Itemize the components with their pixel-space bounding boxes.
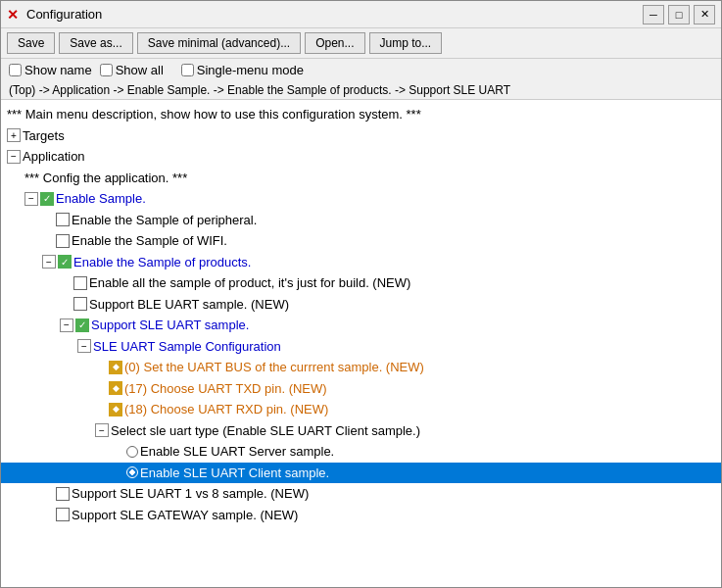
tree-item-choose-txd[interactable]: ◆(17) Choose UART TXD pin. (NEW) — [1, 378, 721, 400]
tree-item-sle-uart-config[interactable]: −SLE UART Sample Configuration — [1, 336, 721, 358]
checkbox-support-sle-uart-1[interactable] — [56, 487, 70, 501]
item-label-choose-txd: (17) Choose UART TXD pin. (NEW) — [124, 379, 327, 399]
expand-btn-select-sle-type[interactable]: − — [95, 423, 109, 437]
checkbox-enable-all-products[interactable] — [73, 276, 87, 290]
item-label-application: Application — [23, 147, 85, 167]
tree-item-support-sle-uart-1[interactable]: Support SLE UART 1 vs 8 sample. (NEW) — [1, 483, 721, 505]
item-label-enable-all-products: Enable all the sample of product, it's j… — [89, 273, 410, 293]
options-bar: Show name Show all Single-menu mode — [1, 59, 721, 81]
checkbox-enable-wifi[interactable] — [56, 234, 70, 248]
jump-to-button[interactable]: Jump to... — [369, 32, 443, 54]
save-as-button[interactable]: Save as... — [59, 32, 132, 54]
checkbox-enable-sample[interactable]: ✓ — [40, 192, 54, 206]
close-button[interactable]: ✕ — [694, 5, 715, 24]
expand-btn-sle-uart-config[interactable]: − — [77, 339, 91, 353]
expand-btn-enable-products[interactable]: − — [42, 255, 56, 269]
show-all-option[interactable]: Show all — [100, 63, 164, 77]
item-label-enable-products: Enable the Sample of products. — [73, 253, 251, 272]
checkbox-enable-peripheral[interactable] — [56, 213, 70, 226]
tree-item-select-sle-type[interactable]: −Select sle uart type (Enable SLE UART C… — [1, 420, 721, 442]
item-label-targets: Targets — [23, 126, 65, 146]
tree-item-enable-client[interactable]: Enable SLE UART Client sample. — [1, 463, 721, 484]
tree-item-targets[interactable]: +Targets — [1, 125, 721, 147]
tree-item-choose-rxd[interactable]: ◆(18) Choose UART RXD pin. (NEW) — [1, 399, 721, 420]
item-label-enable-sample: Enable Sample. — [56, 189, 146, 209]
checkbox-support-sle-gateway[interactable] — [56, 508, 70, 521]
radio-enable-server[interactable] — [126, 446, 138, 458]
item-label-support-ble: Support BLE UART sample. (NEW) — [89, 295, 289, 315]
item-label-set-uart-bus: (0) Set the UART BUS of the currrent sam… — [124, 358, 424, 377]
value-icon-set-uart-bus: ◆ — [109, 361, 122, 374]
tree-item-enable-products[interactable]: −✓Enable the Sample of products. — [1, 252, 721, 273]
item-label-support-sle-uart-1: Support SLE UART 1 vs 8 sample. (NEW) — [72, 484, 309, 504]
comment-text-main-desc: *** Main menu description, show how to u… — [7, 105, 421, 124]
item-label-select-sle-type: Select sle uart type (Enable SLE UART Cl… — [111, 421, 420, 441]
item-label-enable-client: Enable SLE UART Client sample. — [140, 464, 329, 483]
value-icon-choose-txd: ◆ — [109, 381, 122, 395]
open-button[interactable]: Open... — [305, 32, 364, 54]
breadcrumb: (Top) -> Application -> Enable Sample. -… — [1, 81, 721, 100]
main-window: ✕ Configuration ─ □ ✕ Save Save as... Sa… — [0, 0, 722, 588]
tree-item-enable-server[interactable]: Enable SLE UART Server sample. — [1, 441, 721, 463]
tree-item-support-sle-uart[interactable]: −✓Support SLE UART sample. — [1, 315, 721, 336]
item-label-enable-peripheral: Enable the Sample of peripheral. — [72, 211, 257, 230]
content-area: *** Main menu description, show how to u… — [1, 100, 721, 587]
radio-enable-client[interactable] — [126, 466, 138, 478]
maximize-button[interactable]: □ — [668, 5, 690, 24]
tree-item-enable-wifi[interactable]: Enable the Sample of WIFI. — [1, 230, 721, 252]
save-minimal-button[interactable]: Save minimal (advanced)... — [137, 32, 301, 54]
title-bar: ✕ Configuration ─ □ ✕ — [1, 1, 721, 28]
single-menu-checkbox[interactable] — [181, 64, 194, 76]
title-bar-controls: ─ □ ✕ — [643, 5, 715, 24]
show-name-option[interactable]: Show name — [9, 63, 92, 77]
item-label-enable-wifi: Enable the Sample of WIFI. — [72, 231, 227, 251]
window-title: Configuration — [26, 7, 643, 22]
single-menu-label: Single-menu mode — [197, 63, 304, 77]
expand-btn-enable-sample[interactable]: − — [24, 192, 38, 206]
tree-item-support-ble[interactable]: Support BLE UART sample. (NEW) — [1, 294, 721, 316]
comment-text-app-config: *** Config the application. *** — [24, 169, 187, 188]
save-button[interactable]: Save — [7, 32, 55, 54]
expand-btn-support-sle-uart[interactable]: − — [60, 318, 73, 332]
tree-item-application[interactable]: −Application — [1, 146, 721, 168]
tree-item-main-desc[interactable]: *** Main menu description, show how to u… — [1, 104, 721, 125]
tree-item-enable-peripheral[interactable]: Enable the Sample of peripheral. — [1, 210, 721, 231]
item-label-sle-uart-config: SLE UART Sample Configuration — [93, 337, 281, 357]
tree-item-enable-sample[interactable]: −✓Enable Sample. — [1, 188, 721, 210]
item-label-support-sle-gateway: Support SLE GATEWAY sample. (NEW) — [72, 506, 298, 525]
value-icon-choose-rxd: ◆ — [109, 403, 122, 416]
item-label-support-sle-uart: Support SLE UART sample. — [91, 316, 249, 335]
item-label-enable-server: Enable SLE UART Server sample. — [140, 442, 334, 462]
show-all-checkbox[interactable] — [100, 64, 113, 76]
item-label-choose-rxd: (18) Choose UART RXD pin. (NEW) — [124, 400, 328, 419]
tree-item-support-sle-gateway[interactable]: Support SLE GATEWAY sample. (NEW) — [1, 505, 721, 526]
tree-item-set-uart-bus[interactable]: ◆(0) Set the UART BUS of the currrent sa… — [1, 357, 721, 378]
breadcrumb-text: (Top) -> Application -> Enable Sample. -… — [9, 83, 510, 97]
checkbox-support-sle-uart[interactable]: ✓ — [75, 318, 89, 332]
toolbar: Save Save as... Save minimal (advanced).… — [1, 28, 721, 59]
show-name-checkbox[interactable] — [9, 64, 22, 76]
window-icon: ✕ — [7, 8, 21, 22]
checkbox-enable-products[interactable]: ✓ — [58, 255, 72, 269]
tree-item-enable-all-products[interactable]: Enable all the sample of product, it's j… — [1, 272, 721, 294]
minimize-button[interactable]: ─ — [643, 5, 664, 24]
expand-btn-targets[interactable]: + — [7, 128, 21, 142]
show-all-label: Show all — [116, 63, 164, 77]
show-name-label: Show name — [24, 63, 92, 77]
tree-panel[interactable]: *** Main menu description, show how to u… — [1, 100, 721, 587]
expand-btn-application[interactable]: − — [7, 150, 21, 164]
tree-item-app-config[interactable]: *** Config the application. *** — [1, 168, 721, 189]
checkbox-support-ble[interactable] — [73, 297, 87, 311]
single-menu-option[interactable]: Single-menu mode — [181, 63, 304, 77]
